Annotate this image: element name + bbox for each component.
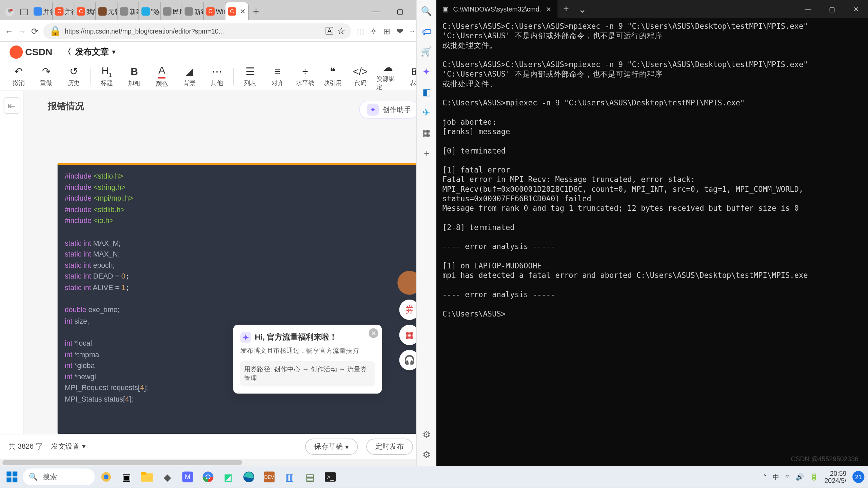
page-breadcrumb[interactable]: 〈 发布文章 ▾ <box>63 46 115 57</box>
csdn-logo[interactable]: CSDN <box>9 45 52 58</box>
performance-icon[interactable]: ❤ <box>396 26 403 36</box>
favorite-icon[interactable]: ☆ <box>337 25 346 37</box>
terminal-window: ▣ C:\WINDOWS\system32\cmd. ✕ + ⌄ — ▢ ✕ C… <box>436 0 868 466</box>
profile-icon[interactable] <box>4 6 16 18</box>
editor-content[interactable]: 报错情况 ✦ 创作助手 #include <stdio.h> #include … <box>24 91 436 434</box>
send-icon[interactable]: ✈ <box>422 107 430 118</box>
terminal-output[interactable]: C:\Users\ASUS>C:\Users\ASUS>mpiexec -n 9… <box>436 18 868 466</box>
volume-icon[interactable]: 🔊 <box>796 473 804 481</box>
edge-icon[interactable] <box>240 468 258 486</box>
battery-icon[interactable]: 🔋 <box>810 473 818 481</box>
bgcolor-button[interactable]: ◢背景 <box>178 65 201 87</box>
list-button[interactable]: ☰列表 <box>239 65 261 87</box>
c-favicon-icon: C <box>206 7 215 16</box>
code-button[interactable]: </>代码 <box>349 66 372 87</box>
grid-icon[interactable]: ▦ <box>422 128 431 139</box>
align-button[interactable]: ≡对齐 <box>266 66 289 87</box>
browser-tab[interactable]: 并行 <box>31 2 53 20</box>
horizontal-scrollbar[interactable] <box>0 459 436 466</box>
publish-settings[interactable]: 发文设置 ▾ <box>51 442 85 452</box>
quote-button[interactable]: ❝块引用 <box>321 65 344 87</box>
extensions-icon[interactable]: ⊞ <box>383 26 390 36</box>
start-button[interactable] <box>4 469 21 486</box>
ai-assist-button[interactable]: ✦ 创作助手 <box>359 101 419 119</box>
split-icon[interactable]: ◫ <box>356 26 364 36</box>
explorer-icon[interactable] <box>138 468 156 486</box>
tab-close-icon[interactable]: ✕ <box>546 5 551 13</box>
color-button[interactable]: A颜色 <box>151 65 173 88</box>
chrome-icon[interactable] <box>199 468 217 486</box>
browser-tab[interactable]: 民用 <box>161 2 182 20</box>
refresh-button[interactable]: ⟳ <box>31 26 38 36</box>
history-button[interactable]: ↺历史 <box>62 65 85 87</box>
terminal-taskbar-icon[interactable]: >_ <box>321 468 339 486</box>
other-button[interactable]: ⋯其他 <box>205 65 228 87</box>
lock-icon: 🔒 <box>49 25 61 37</box>
app-icon-3[interactable]: ▥ <box>280 468 298 486</box>
redo-button[interactable]: ↷重做 <box>35 65 58 87</box>
minimize-button[interactable]: — <box>364 2 388 20</box>
ime-indicator[interactable]: 中 <box>773 472 779 482</box>
page-favicon-icon <box>185 7 193 16</box>
browser-tab[interactable]: CWir <box>204 2 225 20</box>
copilot-icon[interactable]: ✦ <box>422 66 430 77</box>
maximize-button[interactable]: ▢ <box>388 2 412 20</box>
browser-tab[interactable]: C✕ <box>225 2 249 20</box>
notification-badge[interactable]: 21 <box>852 471 864 483</box>
taskbar-search[interactable]: 🔍 搜索 <box>23 469 95 486</box>
editor-gutter: ⇤ <box>0 91 24 434</box>
schedule-button[interactable]: 定时发布 <box>366 439 413 455</box>
app-icon-1[interactable]: ◆ <box>158 468 176 486</box>
terminal-tab[interactable]: ▣ C:\WINDOWS\system32\cmd. ✕ <box>436 0 557 18</box>
back-button[interactable]: ← <box>5 26 13 36</box>
hr-button[interactable]: ÷水平线 <box>294 66 316 87</box>
resource-button[interactable]: ☁资源绑定 <box>376 61 399 92</box>
new-tab-button[interactable]: + <box>249 5 263 20</box>
browser-tab[interactable]: C并行 <box>53 2 75 20</box>
app-icon-2[interactable]: M <box>179 468 197 486</box>
notepad-icon[interactable]: ▤ <box>301 468 319 486</box>
browser-tab[interactable]: 元朝 <box>96 2 118 20</box>
svg-rect-6 <box>6 477 11 482</box>
pycharm-icon[interactable]: ◩ <box>219 468 237 486</box>
terminal-new-tab[interactable]: + <box>557 4 575 15</box>
dev-icon[interactable]: DEV <box>260 468 278 486</box>
cart-icon[interactable]: 🛒 <box>421 46 432 57</box>
outline-toggle-icon[interactable]: ⇤ <box>3 97 20 114</box>
tool-icon[interactable]: ⚙ <box>422 429 430 440</box>
wifi-icon[interactable]: ⌔ <box>786 473 790 481</box>
tray-chevron-icon[interactable]: ˄ <box>763 473 767 481</box>
tag-icon[interactable]: 🏷 <box>422 26 431 37</box>
search-icon[interactable]: 🔍 <box>421 6 432 17</box>
svg-rect-5 <box>13 471 17 476</box>
svg-rect-10 <box>141 473 153 482</box>
copilot-taskbar-icon[interactable] <box>97 468 115 486</box>
add-icon[interactable]: ＋ <box>422 148 431 160</box>
heading-button[interactable]: H1标题 <box>95 65 118 87</box>
browser-tab[interactable]: 新到 <box>118 2 139 20</box>
svg-point-16 <box>206 475 210 479</box>
taskview-icon[interactable]: ▣ <box>118 468 136 486</box>
gear-icon[interactable]: ⚙ <box>422 449 430 460</box>
workspace-icon[interactable] <box>18 6 30 18</box>
browser-tab[interactable]: C我的 <box>74 2 96 20</box>
terminal-tab-menu[interactable]: ⌄ <box>575 3 590 15</box>
term-close-button[interactable]: ✕ <box>844 0 868 18</box>
bold-button[interactable]: B加粗 <box>123 66 145 87</box>
browser-tab[interactable]: "游 <box>139 2 161 20</box>
term-minimize-button[interactable]: — <box>796 0 820 18</box>
browser-tab[interactable]: 新到 <box>182 2 204 20</box>
address-bar[interactable]: 🔒 https://mp.csdn.net/mp_blog/creation/e… <box>43 23 351 39</box>
collections-icon[interactable]: ✧ <box>370 26 377 36</box>
clock[interactable]: 20:59 2024/5/ <box>825 470 847 484</box>
popup-close-icon[interactable]: ✕ <box>369 328 378 338</box>
tab-close-icon[interactable]: ✕ <box>240 7 246 16</box>
undo-button[interactable]: ↶撤消 <box>7 65 30 87</box>
term-maximize-button[interactable]: ▢ <box>820 0 844 18</box>
svg-point-9 <box>104 474 108 479</box>
reader-icon[interactable]: A <box>326 27 333 35</box>
address-text: https://mp.csdn.net/mp_blog/creation/edi… <box>65 27 322 34</box>
outlook-icon[interactable]: ◧ <box>422 87 431 98</box>
save-draft-button[interactable]: 保存草稿 ▾ <box>305 439 358 455</box>
terminal-tabbar: ▣ C:\WINDOWS\system32\cmd. ✕ + ⌄ — ▢ ✕ <box>436 0 868 18</box>
